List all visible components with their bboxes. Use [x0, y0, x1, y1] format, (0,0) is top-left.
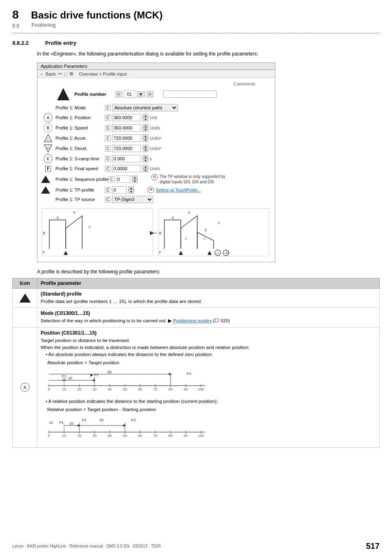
speed-input[interactable] [112, 124, 141, 132]
finalspd-spin-up[interactable]: ▲ [143, 165, 148, 169]
position-bullet2: A relative position indicates the distan… [41, 398, 376, 405]
param-row-sramp: E Profile 1: S-ramp time C ▲ ▼ s [41, 154, 272, 163]
seqprofile-spin-up[interactable]: ▲ [132, 176, 138, 179]
dec-spin-down[interactable]: ▼ [143, 148, 148, 152]
sramp-spin-up[interactable]: ▲ [143, 155, 148, 159]
decel-input[interactable] [112, 145, 141, 152]
standard-icon-cell [13, 289, 37, 308]
finalspd-icon-F: F [45, 166, 51, 172]
seqprofile-spin[interactable]: ▲ ▼ [132, 176, 138, 183]
sramp-spin[interactable]: ▲ ▼ [143, 155, 148, 162]
decel-icon-D: D [44, 144, 53, 153]
toolbar-icon-new[interactable]: □ [65, 72, 67, 76]
seqprofile-icon-cell [41, 176, 55, 183]
svg-text:70: 70 [153, 387, 157, 391]
toolbar-icon-grid[interactable]: ⊞ [69, 71, 73, 76]
footer-text: Lenze · 8400 protec HighLine · Reference… [12, 544, 161, 548]
svg-text:10: 10 [62, 434, 66, 438]
svg-text:C: C [185, 237, 187, 240]
svg-text:90: 90 [184, 434, 188, 438]
table-row-position: A Position (C01301/1…15) Target position… [13, 327, 380, 447]
mode-ref: (C01300/1…15) [55, 310, 90, 316]
svg-text:C: C [47, 137, 50, 141]
pos-unit: Unit [150, 116, 164, 120]
table-row-standard: (Standard) profile Profile data set (pro… [13, 289, 380, 308]
svg-rect-11 [158, 208, 269, 256]
toolbar-icon-undo[interactable]: ↩ [58, 71, 62, 76]
sramp-unit: s [150, 157, 164, 161]
seqprofile-input[interactable] [116, 176, 130, 183]
acc-spin-up[interactable]: ▲ [143, 134, 148, 138]
svg-text:0: 0 [48, 387, 50, 391]
tpsource-input-group: C TP-Digin3 TP-Digin4 TP-Digin5 [105, 196, 153, 203]
accel-label: Profile 1: Accel. [55, 136, 105, 141]
spd-spin-up[interactable]: ▲ [143, 124, 148, 128]
sramp-spin-down[interactable]: ▼ [143, 159, 148, 162]
finalspd-icon-cell: F [41, 166, 55, 172]
position-bullet1: An absolute position always indicates th… [41, 351, 376, 358]
accel-icon-cell: C [41, 134, 55, 143]
tpprofile-spin-down[interactable]: ▼ [128, 190, 134, 194]
tpprofile-icon [41, 186, 50, 194]
pos-spin-down[interactable]: ▼ [143, 118, 148, 121]
sramp-input[interactable] [112, 155, 141, 162]
accel-spin[interactable]: ▲ ▼ [143, 134, 148, 142]
accel-input[interactable] [112, 134, 141, 142]
finalspd-spin-down[interactable]: ▼ [143, 169, 148, 172]
tpprofile-input[interactable] [112, 186, 127, 194]
svg-text:50: 50 [123, 434, 127, 438]
position-body: Target position or distance to be traver… [41, 337, 376, 442]
svg-text:100: 100 [198, 434, 204, 438]
spd-spin-down[interactable]: ▼ [143, 128, 148, 132]
divider [12, 33, 380, 33]
finalspd-spin[interactable]: ▲ ▼ [143, 165, 148, 172]
app-params-tab[interactable]: Application Parameters [37, 63, 275, 70]
svg-text:E: E [205, 228, 207, 232]
seqprofile-spin-down[interactable]: ▼ [132, 179, 138, 183]
rel-chart-container: 0 10 20 30 40 50 60 70 80 90 100 [41, 416, 376, 441]
pos-spin-up[interactable]: ▲ [143, 114, 148, 118]
touchprobe-link[interactable]: Setting up TouchProbe... [156, 187, 201, 193]
decel-spin[interactable]: ▲ ▼ [143, 145, 148, 152]
dec-c-badge: C [105, 146, 111, 152]
svg-text:▶ P2: ▶ P2 [90, 373, 99, 377]
param-row-mode: Profile 1: Mode C Absolute (shortest pat… [41, 104, 272, 112]
svg-text:80: 80 [108, 370, 112, 374]
profile-desc: A profile is described by the following … [37, 269, 380, 275]
finalspd-c-badge: C [105, 166, 111, 172]
mode-input-group: C Absolute (shortest path) Absolute (pos… [105, 104, 178, 111]
comments-input[interactable] [163, 90, 217, 98]
speed-spin[interactable]: ▲ ▼ [143, 124, 148, 132]
positioning-modes-link[interactable]: Positioning modes [173, 318, 212, 323]
position-input[interactable] [112, 114, 141, 121]
svg-text:70: 70 [153, 434, 157, 438]
tpsource-select[interactable]: TP-Digin3 TP-Digin4 TP-Digin5 [112, 196, 153, 203]
g-circle-icon: G [151, 174, 158, 180]
mode-select[interactable]: Absolute (shortest path) Absolute (posit… [112, 104, 178, 111]
tpprofile-spin-up[interactable]: ▲ [128, 186, 134, 190]
standard-title: (Standard) profile [41, 291, 376, 297]
params-header-row: Comments [41, 81, 272, 86]
app-params-box: Application Parameters ← Back ↩ □ ⊞ Over… [37, 62, 275, 262]
svg-text:F: F [159, 250, 161, 254]
position-spin[interactable]: ▲ ▼ [143, 114, 148, 121]
back-button[interactable]: ← Back [40, 72, 56, 76]
seqprofile-c-badge: C [108, 176, 115, 183]
next-profile-btn[interactable]: > [147, 91, 153, 97]
profile-num-input[interactable] [124, 90, 135, 98]
position-title: Position (C01301/1…15) [41, 330, 376, 336]
table-header-param: Profile parameter [37, 278, 380, 289]
position-icon-cell-table: A [13, 327, 37, 447]
acc-spin-down[interactable]: ▼ [143, 138, 148, 142]
mode-title-text: Mode [41, 310, 55, 316]
finalspd-input[interactable] [112, 165, 141, 172]
svg-text:B: B [159, 231, 161, 235]
prev-profile-btn[interactable]: < [115, 91, 122, 97]
param-row-accel: C Profile 1: Accel. C ▲ ▼ Unit/s² [41, 134, 272, 143]
dec-spin-up[interactable]: ▲ [143, 145, 148, 148]
svg-text:10: 10 [49, 421, 53, 425]
tpprofile-spin[interactable]: ▲ ▼ [128, 186, 134, 194]
rel-chart-svg: 0 10 20 30 40 50 60 70 80 90 100 [41, 416, 213, 439]
accel-input-group: C ▲ ▼ Unit/s² [105, 134, 164, 142]
dropdown-profile-btn[interactable]: ▼ [137, 91, 145, 97]
